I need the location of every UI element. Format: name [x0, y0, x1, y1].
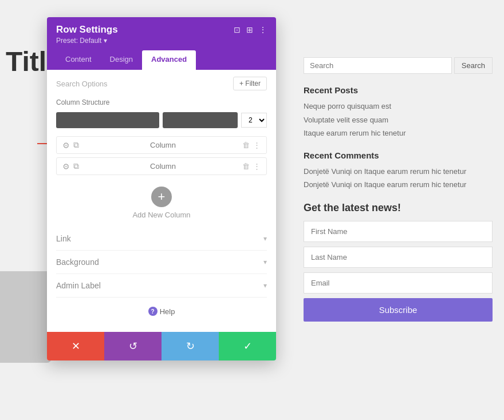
accordion-link: Link ▾: [56, 227, 267, 251]
save-button[interactable]: ✓: [219, 332, 276, 360]
column-select[interactable]: 213: [241, 113, 267, 128]
row-settings-modal: Row Settings Preset: Default ▾ ⊡ ⊞ ⋮ Con…: [47, 17, 276, 360]
column-structure-label: Column Structure: [56, 98, 267, 106]
add-column-icon: +: [151, 187, 172, 207]
redo-button[interactable]: ↻: [162, 332, 219, 360]
accordion-link-header[interactable]: Link ▾: [56, 234, 267, 243]
modal-tabs: Content Design Advanced: [47, 50, 276, 70]
more-icon-2[interactable]: ⋮: [253, 162, 261, 171]
cancel-button[interactable]: ✕: [47, 332, 104, 360]
newsletter-title: Get the latest news!: [304, 202, 493, 214]
search-options-label: Search Options: [56, 80, 108, 88]
sidebar: Search Recent Posts Neque porro quisquam…: [304, 57, 493, 333]
recent-comments-title: Recent Comments: [304, 150, 493, 160]
recent-comment-link[interactable]: Donjetë Vuniqi on Itaque earum rerum hic…: [304, 166, 493, 177]
help-icon: ?: [148, 307, 158, 316]
column-option-medium[interactable]: [163, 112, 238, 128]
search-box: Search: [304, 57, 493, 74]
tab-content[interactable]: Content: [56, 50, 101, 70]
last-name-input[interactable]: [304, 247, 493, 268]
tab-design[interactable]: Design: [101, 50, 142, 70]
chevron-down-icon-link: ▾: [263, 235, 267, 243]
options-search-bar: Search Options + Filter: [56, 77, 267, 90]
recent-posts-widget: Recent Posts Neque porro quisquam estVol…: [304, 85, 493, 139]
newsletter-widget: Get the latest news! Subscribe: [304, 202, 493, 322]
more-icon-1[interactable]: ⋮: [253, 141, 261, 149]
column-label-1: Column: [84, 141, 242, 149]
first-name-input[interactable]: [304, 221, 493, 242]
recent-comments-links: Donjetë Vuniqi on Itaque earum rerum hic…: [304, 166, 493, 191]
column-structure: 213: [56, 112, 267, 128]
delete-icon-1[interactable]: 🗑: [242, 141, 250, 149]
tab-advanced[interactable]: Advanced: [142, 50, 196, 70]
chevron-down-icon-bg: ▾: [263, 258, 267, 266]
accordion-admin-title: Admin Label: [56, 281, 101, 290]
column-row-2: ⚙ ⧉ Column 🗑 ⋮: [56, 157, 267, 175]
settings-icon-2[interactable]: ⚙: [62, 162, 70, 171]
copy-icon-2[interactable]: ⧉: [73, 161, 79, 171]
recent-posts-links: Neque porro quisquam estVoluptate velit …: [304, 101, 493, 139]
accordion-admin-header[interactable]: Admin Label ▾: [56, 281, 267, 290]
column-label-2: Column: [84, 162, 242, 171]
modal-preset[interactable]: Preset: Default ▾: [56, 37, 118, 45]
settings-icon-1[interactable]: ⚙: [62, 141, 70, 150]
subscribe-button[interactable]: Subscribe: [304, 298, 493, 322]
recent-comments-widget: Recent Comments Donjetë Vuniqi on Itaque…: [304, 150, 493, 191]
search-button[interactable]: Search: [454, 57, 493, 74]
modal-header: Row Settings Preset: Default ▾ ⊡ ⊞ ⋮: [47, 17, 276, 50]
help-link[interactable]: ? Help: [56, 307, 267, 316]
chevron-down-icon-admin: ▾: [263, 282, 267, 290]
column-dropdown[interactable]: 213: [241, 113, 267, 128]
fullscreen-icon[interactable]: ⊡: [234, 25, 241, 34]
modal-body: Search Options + Filter Column Structure…: [47, 70, 276, 332]
delete-icon-2[interactable]: 🗑: [242, 162, 250, 171]
modal-footer: ✕ ↺ ↻ ✓: [47, 332, 276, 360]
email-input[interactable]: [304, 272, 493, 294]
accordion-link-title: Link: [56, 234, 71, 243]
column-option-wide[interactable]: [56, 112, 159, 128]
column-row-1: ⚙ ⧉ Column 🗑 ⋮: [56, 136, 267, 154]
help-label: Help: [160, 307, 175, 316]
modal-header-icons: ⊡ ⊞ ⋮: [234, 24, 267, 34]
recent-post-link[interactable]: Neque porro quisquam est: [304, 101, 493, 112]
split-icon[interactable]: ⊞: [246, 25, 253, 34]
help-section: ? Help: [56, 298, 267, 325]
search-input[interactable]: [304, 57, 452, 74]
add-column-label: Add New Column: [132, 211, 190, 219]
modal-title: Row Settings: [56, 24, 118, 35]
recent-post-link[interactable]: Itaque earum rerum hic tenetur: [304, 128, 493, 139]
recent-post-link[interactable]: Voluptate velit esse quam: [304, 114, 493, 126]
accordion-background-header[interactable]: Background ▾: [56, 257, 267, 267]
accordion-background-title: Background: [56, 257, 99, 267]
recent-posts-title: Recent Posts: [304, 85, 493, 95]
recent-comment-link[interactable]: Donjetë Vuniqi on Itaque earum rerum hic…: [304, 179, 493, 191]
filter-button[interactable]: + Filter: [233, 77, 267, 90]
accordion-admin-label: Admin Label ▾: [56, 274, 267, 298]
more-icon[interactable]: ⋮: [259, 25, 267, 34]
add-new-column[interactable]: + Add New Column: [56, 179, 267, 227]
copy-icon-1[interactable]: ⧉: [73, 140, 79, 150]
accordion-background: Background ▾: [56, 251, 267, 274]
undo-button[interactable]: ↺: [104, 332, 162, 360]
decorative-block: [0, 271, 52, 363]
